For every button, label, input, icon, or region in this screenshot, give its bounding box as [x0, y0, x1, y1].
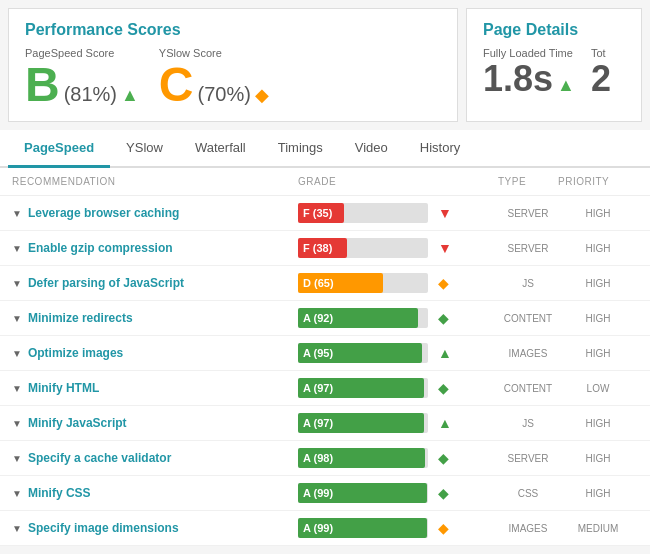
yslow-score: YSlow Score C (70%) ◆ [159, 47, 269, 109]
grade-cell: F (35) ▼ [298, 203, 498, 223]
grade-bar-container: A (97) [298, 413, 428, 433]
expand-icon[interactable]: ▼ [12, 383, 22, 394]
recommendation-link[interactable]: Enable gzip compression [28, 241, 173, 255]
grade-icon: ▲ [438, 415, 452, 431]
table-header-row: RECOMMENDATION GRADE TYPE PRIORITY [0, 168, 650, 196]
grade-cell: A (97) ◆ [298, 378, 498, 398]
grade-label: A (92) [303, 312, 333, 324]
yslow-arrow: ◆ [255, 84, 269, 106]
tab-yslow[interactable]: YSlow [110, 130, 179, 168]
priority-cell: HIGH [558, 243, 638, 254]
table-row: ▼ Enable gzip compression F (38) ▼ SERVE… [0, 231, 650, 266]
performance-title: Performance Scores [25, 21, 441, 39]
pagespeed-score: PageSpeed Score B (81%) ▲ [25, 47, 139, 109]
grade-label: A (99) [303, 487, 333, 499]
tab-timings[interactable]: Timings [262, 130, 339, 168]
expand-icon[interactable]: ▼ [12, 488, 22, 499]
priority-cell: MEDIUM [558, 523, 638, 534]
grade-bar-container: F (35) [298, 203, 428, 223]
total-item: Tot 2 [591, 47, 611, 97]
recommendation-cell: ▼ Minify CSS [12, 486, 298, 500]
grade-label: D (65) [303, 277, 334, 289]
tab-waterfall[interactable]: Waterfall [179, 130, 262, 168]
grade-icon: ◆ [438, 310, 449, 326]
recommendation-link[interactable]: Leverage browser caching [28, 206, 179, 220]
grade-label: A (98) [303, 452, 333, 464]
recommendation-link[interactable]: Specify a cache validator [28, 451, 171, 465]
type-cell: CONTENT [498, 313, 558, 324]
col-priority: PRIORITY [558, 176, 638, 187]
recommendation-cell: ▼ Minimize redirects [12, 311, 298, 325]
table-row: ▼ Minify CSS A (99) ◆ CSS HIGH [0, 476, 650, 511]
grade-icon: ▲ [438, 345, 452, 361]
type-cell: SERVER [498, 453, 558, 464]
priority-cell: HIGH [558, 278, 638, 289]
expand-icon[interactable]: ▼ [12, 418, 22, 429]
col-recommendation: RECOMMENDATION [12, 176, 298, 187]
priority-cell: HIGH [558, 453, 638, 464]
col-type: TYPE [498, 176, 558, 187]
priority-cell: HIGH [558, 418, 638, 429]
grade-cell: A (99) ◆ [298, 483, 498, 503]
recommendation-cell: ▼ Minify JavaScript [12, 416, 298, 430]
recommendation-link[interactable]: Minify JavaScript [28, 416, 127, 430]
grade-icon: ◆ [438, 520, 449, 536]
grade-cell: A (95) ▲ [298, 343, 498, 363]
yslow-letter: C [159, 61, 194, 109]
expand-icon[interactable]: ▼ [12, 313, 22, 324]
priority-cell: LOW [558, 383, 638, 394]
recommendation-link[interactable]: Minify HTML [28, 381, 99, 395]
grade-icon: ◆ [438, 485, 449, 501]
expand-icon[interactable]: ▼ [12, 243, 22, 254]
recommendation-cell: ▼ Defer parsing of JavaScript [12, 276, 298, 290]
type-cell: CONTENT [498, 383, 558, 394]
recommendation-cell: ▼ Leverage browser caching [12, 206, 298, 220]
grade-bar-container: D (65) [298, 273, 428, 293]
grade-bar-container: A (99) [298, 483, 428, 503]
grade-cell: D (65) ◆ [298, 273, 498, 293]
table-row: ▼ Defer parsing of JavaScript D (65) ◆ J… [0, 266, 650, 301]
grade-bar-container: A (99) [298, 518, 428, 538]
col-grade: GRADE [298, 176, 498, 187]
table-row: ▼ Minify HTML A (97) ◆ CONTENT LOW [0, 371, 650, 406]
grade-icon: ◆ [438, 380, 449, 396]
priority-cell: HIGH [558, 488, 638, 499]
tabs-bar: PageSpeed YSlow Waterfall Timings Video … [0, 130, 650, 168]
expand-icon[interactable]: ▼ [12, 278, 22, 289]
grade-cell: F (38) ▼ [298, 238, 498, 258]
page-details-title: Page Details [483, 21, 625, 39]
type-cell: JS [498, 418, 558, 429]
type-cell: IMAGES [498, 523, 558, 534]
pagespeed-letter: B [25, 61, 60, 109]
grade-icon: ◆ [438, 450, 449, 466]
recommendation-link[interactable]: Defer parsing of JavaScript [28, 276, 184, 290]
expand-icon[interactable]: ▼ [12, 348, 22, 359]
grade-label: A (97) [303, 417, 333, 429]
pagespeed-arrow: ▲ [121, 85, 139, 106]
grade-label: A (95) [303, 347, 333, 359]
grade-bar-container: A (97) [298, 378, 428, 398]
grade-bar-container: A (92) [298, 308, 428, 328]
recommendation-link[interactable]: Minimize redirects [28, 311, 133, 325]
tab-pagespeed[interactable]: PageSpeed [8, 130, 110, 168]
expand-icon[interactable]: ▼ [12, 523, 22, 534]
table-row: ▼ Minimize redirects A (92) ◆ CONTENT HI… [0, 301, 650, 336]
recommendation-cell: ▼ Specify image dimensions [12, 521, 298, 535]
grade-cell: A (97) ▲ [298, 413, 498, 433]
grade-cell: A (98) ◆ [298, 448, 498, 468]
priority-cell: HIGH [558, 208, 638, 219]
expand-icon[interactable]: ▼ [12, 453, 22, 464]
recommendation-cell: ▼ Minify HTML [12, 381, 298, 395]
table-row: ▼ Leverage browser caching F (35) ▼ SERV… [0, 196, 650, 231]
priority-cell: HIGH [558, 313, 638, 324]
expand-icon[interactable]: ▼ [12, 208, 22, 219]
table-body: ▼ Leverage browser caching F (35) ▼ SERV… [0, 196, 650, 546]
tab-history[interactable]: History [404, 130, 476, 168]
recommendation-link[interactable]: Optimize images [28, 346, 123, 360]
tab-video[interactable]: Video [339, 130, 404, 168]
page-details-panel: Page Details Fully Loaded Time 1.8s ▲ To… [466, 8, 642, 122]
grade-label: A (99) [303, 522, 333, 534]
recommendation-link[interactable]: Minify CSS [28, 486, 91, 500]
recommendation-link[interactable]: Specify image dimensions [28, 521, 179, 535]
priority-cell: HIGH [558, 348, 638, 359]
